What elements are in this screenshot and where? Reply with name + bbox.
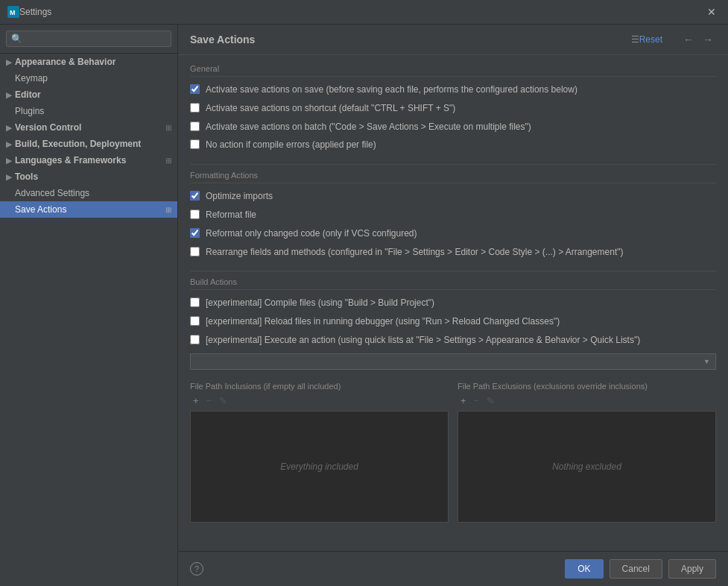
general-section-title: General — [190, 64, 716, 77]
expand-icon: ▶ — [6, 173, 12, 181]
file-path-inclusions-list: Everything included — [190, 411, 449, 523]
sidebar: ▶ Appearance & Behavior Keymap ▶ Editor … — [0, 25, 178, 586]
remove-exclusion-button[interactable]: − — [471, 394, 483, 408]
file-path-exclusions-section: File Path Exclusions (exclusions overrid… — [458, 382, 716, 523]
sidebar-item-plugins[interactable]: Plugins — [0, 103, 177, 119]
build-action-dropdown[interactable] — [190, 353, 716, 370]
bottom-right: OK Cancel Apply — [565, 559, 716, 579]
file-path-inclusions-section: File Path Inclusions (if empty all inclu… — [190, 382, 449, 523]
reformat-changed-checkbox[interactable] — [190, 228, 200, 238]
sidebar-item-appearance[interactable]: ▶ Appearance & Behavior — [0, 54, 177, 70]
sidebar-item-label: Save Actions — [15, 204, 66, 215]
apply-button[interactable]: Apply — [668, 559, 716, 579]
exclusions-empty-label: Nothing excluded — [552, 461, 621, 472]
checkbox-row-reformat-changed: Reformat only changed code (only if VCS … — [190, 227, 716, 241]
sidebar-item-label: Build, Execution, Deployment — [15, 139, 141, 149]
file-path-inclusions-header: File Path Inclusions (if empty all inclu… — [190, 382, 449, 391]
pin-icon: ⊞ — [165, 124, 171, 132]
optimize-imports-checkbox[interactable] — [190, 191, 200, 201]
checkbox-row-activate-on-batch: Activate save actions on batch ("Code > … — [190, 120, 716, 134]
expand-icon: ▶ — [6, 140, 12, 148]
execute-action-label: [experimental] Execute an action (using … — [206, 334, 640, 347]
edit-inclusion-button[interactable]: ✎ — [216, 394, 230, 408]
no-action-compile-checkbox[interactable] — [190, 139, 200, 149]
sidebar-item-tools[interactable]: ▶ Tools — [0, 168, 177, 185]
compile-files-checkbox[interactable] — [190, 297, 200, 307]
reset-button[interactable]: Reset — [639, 34, 662, 45]
expand-icon: ▶ — [6, 157, 12, 165]
content-title: Save Actions — [190, 34, 625, 45]
window-title: Settings — [19, 7, 703, 17]
build-section-title: Build Actions — [190, 277, 716, 290]
remove-inclusion-button[interactable]: − — [203, 394, 215, 408]
file-path-exclusions-header: File Path Exclusions (exclusions overrid… — [458, 382, 716, 391]
file-path-inclusions-toolbar: + − ✎ — [190, 394, 449, 408]
rearrange-fields-checkbox[interactable] — [190, 247, 200, 256]
content-area: Save Actions ☰ Reset ← → General Activat — [178, 25, 728, 586]
checkbox-row-reformat-file: Reformat file — [190, 208, 716, 222]
cancel-button[interactable]: Cancel — [610, 559, 662, 579]
sidebar-item-build[interactable]: ▶ Build, Execution, Deployment — [0, 136, 177, 152]
title-bar: M Settings ✕ — [0, 0, 728, 25]
file-path-container: File Path Inclusions (if empty all inclu… — [190, 382, 716, 523]
checkbox-row-compile-files: [experimental] Compile files (using "Bui… — [190, 296, 716, 310]
reload-files-checkbox[interactable] — [190, 316, 200, 326]
help-button[interactable]: ? — [190, 562, 203, 576]
expand-icon: ▶ — [6, 58, 12, 66]
activate-on-batch-label: Activate save actions on batch ("Code > … — [206, 121, 531, 133]
back-arrow[interactable]: ← — [680, 32, 697, 47]
activate-on-save-checkbox[interactable] — [190, 84, 200, 94]
sidebar-item-label: Editor — [15, 89, 41, 100]
sidebar-item-languages[interactable]: ▶ Languages & Frameworks ⊞ — [0, 152, 177, 168]
settings-icon[interactable]: ☰ — [631, 34, 639, 45]
checkbox-row-execute-action: [experimental] Execute an action (using … — [190, 333, 716, 347]
inclusions-empty-label: Everything included — [280, 461, 358, 472]
sidebar-item-save-actions[interactable]: Save Actions ⊞ — [0, 201, 177, 218]
sidebar-item-editor[interactable]: ▶ Editor — [0, 86, 177, 103]
build-section: Build Actions [experimental] Compile fil… — [190, 277, 716, 369]
add-inclusion-button[interactable]: + — [190, 394, 202, 408]
file-path-exclusions-list: Nothing excluded — [458, 411, 716, 523]
bottom-left: ? — [190, 562, 203, 576]
sidebar-item-keymap[interactable]: Keymap — [0, 70, 177, 86]
settings-window: M Settings ✕ ▶ Appearance & Behavior Key… — [0, 0, 728, 586]
sidebar-item-label: Appearance & Behavior — [15, 57, 115, 67]
add-exclusion-button[interactable]: + — [458, 394, 469, 408]
checkbox-row-no-action-compile: No action if compile errors (applied per… — [190, 138, 716, 152]
activate-on-save-label: Activate save actions on save (before sa… — [206, 84, 577, 96]
reload-files-label: [experimental] Reload files in running d… — [206, 315, 560, 328]
expand-icon: ▶ — [6, 124, 12, 132]
no-action-compile-label: No action if compile errors (applied per… — [206, 139, 376, 151]
reformat-changed-label: Reformat only changed code (only if VCS … — [206, 227, 417, 240]
expand-icon: ▶ — [6, 91, 12, 99]
activate-on-shortcut-checkbox[interactable] — [190, 103, 200, 113]
checkbox-row-activate-on-save: Activate save actions on save (before sa… — [190, 83, 716, 97]
nav-arrows: ← → — [680, 32, 716, 47]
file-path-exclusions-toolbar: + − ✎ — [458, 394, 716, 408]
edit-exclusion-button[interactable]: ✎ — [484, 394, 498, 408]
reformat-file-checkbox[interactable] — [190, 209, 200, 219]
checkbox-row-reload-files: [experimental] Reload files in running d… — [190, 315, 716, 329]
formatting-section-title: Formatting Actions — [190, 171, 716, 183]
execute-action-checkbox[interactable] — [190, 335, 200, 344]
divider-1 — [190, 164, 716, 165]
pin-icon: ⊞ — [165, 206, 171, 214]
app-logo: M — [7, 6, 19, 18]
ok-button[interactable]: OK — [565, 559, 603, 579]
activate-on-batch-checkbox[interactable] — [190, 122, 200, 131]
sidebar-item-advanced-settings[interactable]: Advanced Settings — [0, 185, 177, 201]
search-input[interactable] — [6, 31, 171, 47]
general-section: General Activate save actions on save (b… — [190, 64, 716, 152]
bottom-bar: ? OK Cancel Apply — [178, 551, 728, 586]
main-content: ▶ Appearance & Behavior Keymap ▶ Editor … — [0, 25, 728, 586]
forward-arrow[interactable]: → — [700, 32, 716, 47]
close-button[interactable]: ✕ — [703, 4, 721, 19]
checkbox-row-activate-on-shortcut: Activate save actions on shortcut (defau… — [190, 101, 716, 116]
dropdown-row — [190, 353, 716, 370]
rearrange-fields-label: Rearrange fields and methods (configured… — [206, 246, 623, 259]
activate-on-shortcut-label: Activate save actions on shortcut (defau… — [206, 102, 455, 115]
sidebar-item-version-control[interactable]: ▶ Version Control ⊞ — [0, 119, 177, 136]
sidebar-item-label: Tools — [15, 171, 38, 182]
reformat-file-label: Reformat file — [206, 209, 256, 221]
svg-text:M: M — [10, 9, 16, 16]
